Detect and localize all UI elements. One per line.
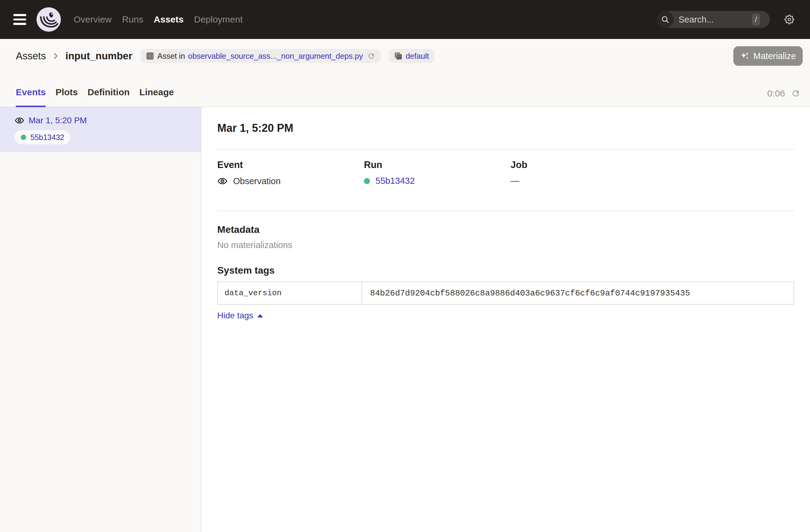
sparkles-icon	[740, 51, 750, 61]
search-icon	[657, 11, 674, 28]
event-column: Event Observation	[217, 160, 364, 186]
event-detail-panel: Mar 1, 5:20 PM Event Observation Run 55b…	[201, 107, 810, 532]
run-column-label: Run	[364, 160, 511, 171]
dagster-logo[interactable]	[36, 7, 61, 32]
nav-item-runs[interactable]: Runs	[122, 14, 143, 25]
event-date: Mar 1, 5:20 PM	[29, 116, 87, 125]
repo-badge[interactable]: default	[389, 49, 435, 63]
reload-icon[interactable]	[367, 52, 375, 60]
search-shortcut-key: /	[752, 13, 760, 26]
materialize-button[interactable]: Materialize	[733, 46, 803, 66]
metadata-empty-text: No materializations	[217, 240, 794, 250]
page-header: Assets input_number Asset in observable_…	[0, 39, 810, 73]
table-grid-icon	[146, 52, 154, 60]
tag-value-cell: 84b26d7d9204cbf588026c8a9886d403a6c9637c…	[362, 282, 794, 304]
breadcrumb: Assets input_number	[16, 50, 132, 62]
event-list-item-selected[interactable]: Mar 1, 5:20 PM 55b13432	[0, 107, 201, 152]
run-id-link[interactable]: 55b13432	[375, 176, 415, 186]
job-column-label: Job	[511, 160, 794, 171]
settings-gear-icon[interactable]	[784, 15, 794, 25]
hide-tags-label: Hide tags	[217, 311, 253, 321]
menu-icon[interactable]	[13, 14, 26, 25]
asset-definition-badge: Asset in observable_source_ass..._non_ar…	[140, 49, 380, 63]
breadcrumb-asset-name: input_number	[65, 50, 132, 62]
system-tags-heading: System tags	[217, 265, 794, 276]
job-value: —	[511, 176, 519, 186]
timer-value: 0:06	[767, 88, 785, 99]
tab-events[interactable]: Events	[16, 87, 46, 107]
nav-item-assets[interactable]: Assets	[154, 14, 183, 25]
event-title: Mar 1, 5:20 PM	[217, 122, 794, 134]
metadata-heading: Metadata	[217, 224, 794, 235]
asset-badge-prefix: Asset in	[157, 51, 185, 61]
refresh-timer: 0:06	[767, 88, 800, 107]
refresh-icon[interactable]	[791, 89, 800, 98]
nav-item-overview[interactable]: Overview	[74, 14, 112, 25]
caret-up-icon	[257, 314, 263, 318]
tab-bar: Events Plots Definition Lineage 0:06	[0, 73, 810, 107]
search-input[interactable]: Search... /	[657, 11, 770, 28]
search-placeholder: Search...	[679, 15, 752, 25]
job-column: Job —	[511, 160, 794, 186]
repo-badge-label: default	[406, 51, 429, 61]
tab-definition[interactable]: Definition	[87, 87, 130, 107]
hide-tags-link[interactable]: Hide tags	[217, 311, 263, 321]
run-id-pill[interactable]: 55b13432	[15, 130, 70, 144]
repo-location-icon	[394, 52, 403, 60]
chevron-right-icon	[52, 52, 59, 60]
tab-plots[interactable]: Plots	[55, 87, 78, 107]
nav-item-deployment[interactable]: Deployment	[194, 14, 243, 25]
materialize-label: Materialize	[754, 51, 796, 61]
run-status-dot	[21, 134, 26, 140]
asset-file-link[interactable]: observable_source_ass..._non_argument_de…	[188, 51, 363, 61]
events-sidebar: Mar 1, 5:20 PM 55b13432	[0, 107, 201, 532]
breadcrumb-assets[interactable]: Assets	[16, 50, 46, 62]
run-id-label: 55b13432	[30, 133, 64, 142]
event-column-label: Event	[217, 160, 364, 171]
top-nav: Overview Runs Assets Deployment Search..…	[0, 0, 810, 39]
event-type: Observation	[233, 176, 280, 186]
run-status-dot	[364, 178, 370, 184]
observation-eye-icon	[217, 176, 228, 186]
tag-key-cell: data_version	[218, 282, 362, 304]
run-column: Run 55b13432	[364, 160, 511, 186]
tab-lineage[interactable]: Lineage	[139, 87, 174, 107]
observation-eye-icon	[15, 116, 25, 125]
system-tags-table: data_version 84b26d7d9204cbf588026c8a988…	[217, 281, 794, 305]
nav-links: Overview Runs Assets Deployment	[74, 14, 243, 25]
